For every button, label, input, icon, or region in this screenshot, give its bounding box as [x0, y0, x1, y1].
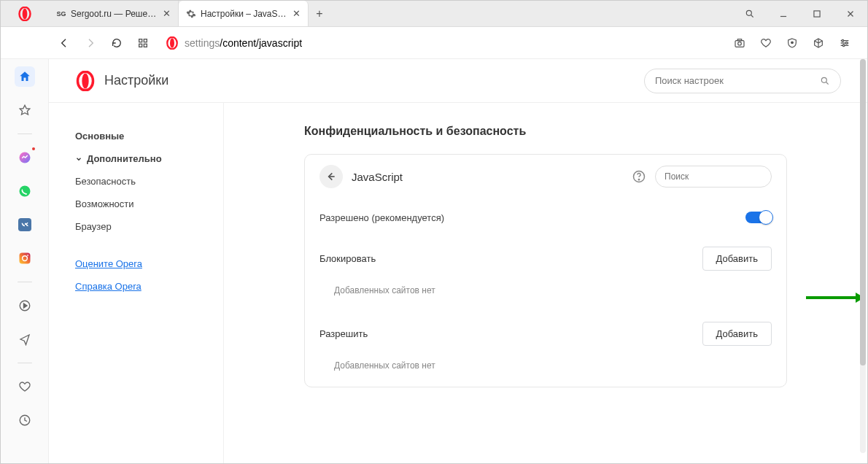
main-panel: Конфиденциальность и безопасность JavaSc…	[224, 103, 867, 463]
block-empty-text: Добавленных сайтов нет	[305, 278, 786, 312]
search-icon[interactable]	[733, 1, 767, 27]
tab-sergoot[interactable]: SG Sergoot.ru — Решение ва… ✕	[49, 1, 179, 26]
annotation-arrow	[805, 291, 864, 307]
back-arrow-button[interactable]	[319, 165, 343, 188]
svg-rect-11	[144, 44, 147, 47]
new-tab-button[interactable]: +	[309, 1, 330, 26]
close-icon[interactable]: ✕	[292, 8, 301, 19]
player-icon[interactable]	[15, 295, 35, 316]
address-bar[interactable]: settings/content/javascript	[158, 36, 724, 50]
javascript-toggle[interactable]	[745, 212, 772, 223]
tab-settings[interactable]: Настройки – JavaScript ✕	[179, 1, 309, 26]
svg-marker-24	[20, 105, 30, 115]
chevron-down-icon	[75, 155, 82, 163]
help-icon[interactable]	[632, 169, 646, 184]
block-section-label: Блокировать	[319, 253, 376, 264]
vk-icon[interactable]	[15, 214, 35, 235]
page-title: Настройки	[104, 73, 168, 88]
svg-point-21	[842, 39, 844, 42]
svg-rect-16	[737, 39, 741, 40]
add-block-button[interactable]: Добавить	[702, 247, 772, 271]
svg-point-13	[170, 38, 174, 48]
svg-rect-10	[139, 44, 142, 47]
toolbar: settings/content/javascript	[1, 27, 867, 59]
easy-setup-icon[interactable]	[834, 32, 856, 54]
svg-point-1	[23, 8, 28, 19]
settings-search-input[interactable]	[655, 75, 820, 86]
card-title: JavaScript	[352, 171, 623, 183]
whatsapp-icon[interactable]	[15, 181, 35, 201]
tab-title-2: Настройки – JavaScript	[201, 9, 288, 19]
svg-point-15	[738, 42, 742, 45]
search-icon	[820, 76, 830, 86]
allowed-label: Разрешено (рекомендуется)	[319, 212, 444, 223]
svg-point-30	[27, 255, 28, 256]
send-icon[interactable]	[15, 329, 35, 349]
scrollbar-thumb[interactable]	[860, 59, 866, 366]
reload-button[interactable]	[106, 32, 128, 54]
opera-icon	[166, 36, 179, 50]
instagram-icon[interactable]	[15, 248, 35, 268]
cube-icon[interactable]	[807, 32, 829, 54]
opera-menu-button[interactable]	[1, 7, 49, 21]
svg-line-3	[751, 15, 753, 17]
home-icon[interactable]	[15, 66, 35, 87]
close-button[interactable]	[834, 1, 867, 27]
svg-point-35	[82, 73, 88, 88]
opera-icon	[75, 71, 96, 91]
gear-icon	[186, 9, 196, 19]
tab-title-1: Sergoot.ru — Решение ва…	[71, 9, 158, 19]
svg-rect-28	[19, 253, 30, 264]
panel-search[interactable]	[655, 166, 772, 187]
allow-empty-text: Добавленных сайтов нет	[305, 353, 786, 387]
shield-icon[interactable]	[781, 32, 803, 54]
svg-rect-9	[144, 39, 147, 42]
close-icon[interactable]: ✕	[163, 8, 171, 19]
nav-advanced[interactable]: Дополнительно	[75, 147, 223, 170]
allow-section-label: Разрешить	[319, 328, 368, 339]
maximize-button[interactable]	[800, 1, 834, 27]
tab-strip: SG Sergoot.ru — Решение ва… ✕ Настройки …	[49, 1, 733, 26]
workspace-sidebar	[1, 59, 49, 463]
svg-point-17	[791, 42, 794, 44]
svg-point-2	[746, 10, 751, 15]
minimize-button[interactable]	[767, 1, 800, 27]
svg-point-22	[845, 42, 848, 44]
nav-main[interactable]: Основные	[75, 125, 223, 147]
section-heading: Конфиденциальность и безопасность	[304, 125, 787, 138]
heart-icon[interactable]	[755, 32, 777, 54]
bookmark-icon[interactable]	[15, 100, 35, 120]
javascript-card: JavaScript Разрешено (рекомендуется)	[304, 154, 787, 387]
back-button[interactable]	[53, 32, 75, 54]
snapshot-icon[interactable]	[729, 32, 751, 54]
nav-features[interactable]: Возможности	[75, 193, 223, 215]
svg-rect-8	[139, 39, 142, 42]
settings-nav: Основные Дополнительно Безопасность Возм…	[49, 103, 224, 463]
svg-point-26	[19, 186, 30, 197]
address-text: settings/content/javascript	[185, 37, 302, 49]
titlebar: SG Sergoot.ru — Решение ва… ✕ Настройки …	[1, 1, 867, 27]
nav-security[interactable]: Безопасность	[75, 170, 223, 193]
add-allow-button[interactable]: Добавить	[702, 322, 772, 346]
scrollbar[interactable]	[860, 59, 866, 453]
heart-sidebar-icon[interactable]	[15, 376, 35, 397]
svg-point-23	[842, 45, 845, 47]
svg-point-36	[821, 77, 826, 82]
svg-marker-32	[23, 303, 27, 308]
panel-search-input[interactable]	[664, 171, 774, 182]
svg-point-40	[638, 179, 639, 180]
speed-dial-button[interactable]	[132, 32, 154, 54]
messenger-icon[interactable]	[15, 147, 35, 168]
history-icon[interactable]	[15, 410, 35, 430]
svg-rect-5	[814, 10, 820, 16]
window-controls	[733, 1, 867, 27]
svg-line-37	[826, 82, 829, 84]
settings-header: Настройки	[49, 59, 867, 103]
nav-help-opera[interactable]: Справка Opera	[75, 275, 223, 298]
nav-rate-opera[interactable]: Оцените Opera	[75, 252, 223, 275]
favicon-sg: SG	[56, 9, 66, 19]
settings-search[interactable]	[644, 69, 841, 93]
forward-button[interactable]	[80, 32, 101, 54]
nav-browser[interactable]: Браузер	[75, 215, 223, 238]
